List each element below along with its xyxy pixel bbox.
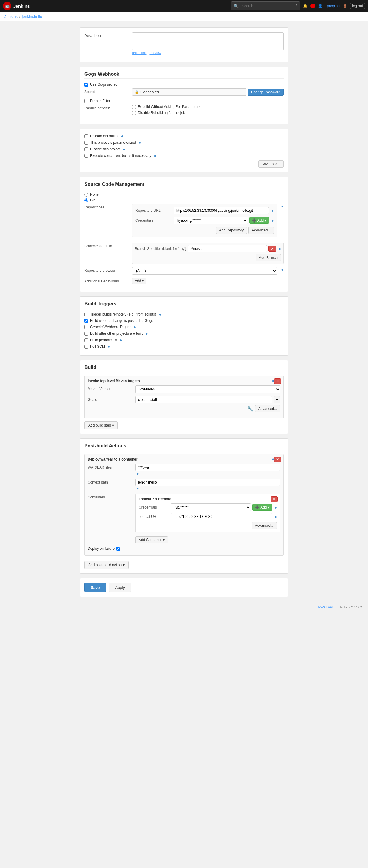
add-container-button[interactable]: Add Container ▾ — [135, 536, 168, 544]
repo-url-help-icon[interactable]: ● — [271, 208, 274, 213]
parameterized-row: This project is parameterized ● — [84, 140, 284, 145]
tomcat-credentials-control: lyp/****** ➕ Add ▾ ● — [171, 503, 277, 511]
footer-bar: REST API Jenkins 2.249.2 — [0, 603, 368, 612]
poll-scm-help-icon[interactable]: ● — [108, 344, 110, 349]
build-after-others-help-icon[interactable]: ● — [145, 331, 148, 336]
add-repository-button[interactable]: Add Repository — [216, 227, 247, 234]
deploy-on-failure-checkbox[interactable] — [116, 547, 120, 551]
scm-none-row: None — [84, 192, 284, 196]
build-periodically-help-icon[interactable]: ● — [120, 338, 122, 342]
tomcat-add-credentials-button[interactable]: ➕ Add ▾ — [252, 504, 272, 511]
trigger-remotely-checkbox[interactable] — [84, 313, 88, 316]
branch-specifier-input[interactable] — [188, 245, 267, 252]
add-behaviour-button[interactable]: Add ▾ — [132, 278, 146, 284]
rest-api-link[interactable]: REST API — [318, 606, 333, 609]
trigger-remotely-help-icon[interactable]: ● — [159, 312, 161, 317]
build-after-others-checkbox[interactable] — [84, 332, 88, 336]
user-link[interactable]: liyaoping — [326, 4, 340, 8]
repo-url-input[interactable] — [174, 207, 269, 214]
remove-container-button[interactable]: ✕ — [271, 496, 278, 502]
breadcrumb-project[interactable]: jenkinshello — [22, 14, 42, 19]
context-path-help-icon[interactable]: ● — [136, 486, 139, 491]
repo-browser-help-icon[interactable]: ● — [281, 267, 284, 272]
tomcat-credentials-select[interactable]: lyp/****** — [171, 503, 251, 511]
war-ear-help-icon[interactable]: ● — [136, 471, 139, 476]
tomcat-url-help-icon[interactable]: ● — [275, 514, 277, 519]
search-bar[interactable]: 🔍 ? — [231, 1, 300, 10]
generic-webhook-row: Generic Webhook Trigger ● — [84, 324, 284, 329]
remove-deploy-button[interactable]: ✕ — [274, 457, 281, 462]
repo-browser-select[interactable]: (Auto) — [132, 267, 277, 275]
parameterized-help-icon[interactable]: ● — [139, 140, 141, 145]
disable-rebuilding-checkbox[interactable] — [132, 111, 136, 115]
search-input[interactable] — [240, 3, 294, 9]
context-path-input[interactable] — [135, 479, 280, 486]
deploy-help-icon[interactable]: ● — [272, 457, 274, 461]
apply-button[interactable]: Apply — [109, 583, 131, 592]
repo-browser-row: Repository browser (Auto) ● — [84, 267, 284, 275]
plain-text-link[interactable]: [Plain text] — [132, 51, 147, 55]
parameterized-checkbox[interactable] — [84, 141, 88, 145]
branch-help-icon[interactable]: ● — [279, 246, 281, 251]
remove-build-step-button[interactable]: ✕ — [274, 378, 281, 384]
scm-git-radio[interactable] — [84, 198, 88, 202]
branch-filter-checkbox[interactable] — [84, 99, 88, 103]
tomcat-url-input[interactable] — [171, 513, 272, 520]
generic-webhook-checkbox[interactable] — [84, 325, 88, 329]
change-password-button[interactable]: Change Password — [248, 89, 284, 96]
remove-branch-button[interactable]: ✕ — [268, 246, 276, 252]
repo-url-row: Repository URL ● — [135, 207, 274, 214]
disable-project-help-icon[interactable]: ● — [123, 147, 125, 152]
add-build-step-button[interactable]: Add build step ▾ — [84, 422, 118, 429]
app-logo[interactable]: 🤖 Jenkins — [3, 2, 30, 10]
tomcat-credentials-label: Credentials — [139, 505, 168, 509]
containers-control: ✕ Tomcat 7.x Remote Credentials lyp/****… — [135, 494, 280, 544]
save-button[interactable]: Save — [84, 583, 106, 592]
credentials-select[interactable]: liyaoping/****** — [174, 217, 248, 224]
goals-advanced-button[interactable]: Advanced... — [255, 405, 280, 412]
tomcat-credentials-help-icon[interactable]: ● — [275, 505, 277, 510]
execute-concurrent-checkbox[interactable] — [84, 154, 88, 158]
poll-scm-label: Poll SCM — [90, 344, 105, 349]
use-gogs-secret-checkbox[interactable] — [84, 83, 88, 87]
logout-button[interactable]: log out — [350, 3, 365, 9]
tomcat-advanced-button[interactable]: Advanced... — [252, 522, 277, 529]
discard-old-builds-checkbox[interactable] — [84, 134, 88, 138]
breadcrumb-home[interactable]: Jenkins — [4, 14, 18, 19]
rebuild-without-asking-checkbox[interactable] — [132, 105, 136, 109]
maven-version-select[interactable]: MyMaven — [135, 385, 280, 393]
discard-help-icon[interactable]: ● — [121, 134, 123, 138]
add-postbuild-button[interactable]: Add post-build action ▾ — [84, 561, 128, 569]
execute-concurrent-help-icon[interactable]: ● — [154, 153, 156, 158]
rebuild-without-asking-label: Rebuild Without Asking For Parameters — [138, 105, 201, 109]
repo-advanced-button[interactable]: Advanced... — [248, 227, 274, 234]
goals-dropdown-button[interactable]: ▾ — [274, 396, 280, 403]
build-step-box: ✕ Invoke top-level Maven targets ● Maven… — [84, 375, 284, 418]
generic-webhook-help-icon[interactable]: ● — [133, 324, 136, 329]
tomcat-title: Tomcat 7.x Remote — [139, 497, 277, 501]
disable-project-checkbox[interactable] — [84, 147, 88, 151]
build-triggers-title: Build Triggers — [84, 301, 284, 308]
poll-scm-checkbox[interactable] — [84, 345, 88, 349]
credentials-help-icon[interactable]: ● — [271, 218, 274, 223]
tomcat-url-control: ● — [171, 513, 277, 520]
help-icon[interactable]: ? — [295, 4, 297, 8]
goals-input[interactable] — [135, 396, 272, 403]
credentials-add-button[interactable]: ➕ Add ▾ — [249, 217, 269, 224]
advanced-button[interactable]: Advanced... — [258, 160, 284, 167]
repositories-help-icon[interactable]: ● — [281, 204, 284, 209]
bell-icon[interactable]: 🔔 — [303, 4, 307, 8]
gogs-webhook-title: Gogs Webhook — [84, 71, 284, 79]
build-periodically-checkbox[interactable] — [84, 338, 88, 342]
add-branch-button[interactable]: Add Branch — [255, 254, 281, 261]
source-code-title: Source Code Management — [84, 182, 284, 189]
maven-version-row: Maven Version MyMaven — [88, 385, 280, 393]
build-step-help-icon[interactable]: ● — [272, 378, 274, 383]
description-textarea[interactable] — [132, 32, 284, 50]
war-ear-input[interactable] — [135, 464, 280, 471]
preview-link[interactable]: Preview — [149, 51, 161, 55]
breadcrumb-separator: › — [19, 14, 20, 19]
scm-none-radio[interactable] — [84, 193, 88, 196]
secret-row: Secret 🔒 Concealed Change Password — [84, 88, 284, 96]
build-on-gogs-checkbox[interactable] — [84, 319, 88, 323]
